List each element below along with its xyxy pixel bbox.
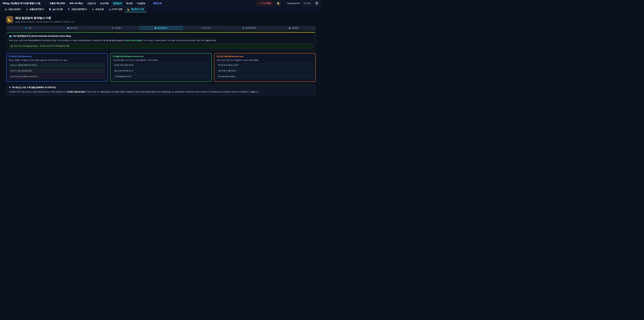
asterisk-icon: ✳️	[26, 8, 28, 11]
top-header: Wing 해양환경 위기대응 통합시스템 유출유 확산예측 HNS·대기확산 긴…	[0, 0, 322, 7]
construction-body-pre: 본 특허의 ESI 기반 데이터는 1999~2002년(약 3년) 구축된 방…	[9, 91, 67, 93]
nav-item-board[interactable]: 게시판	[124, 1, 134, 6]
subtab-label: 영상사진관리	[8, 8, 21, 11]
subtab-label: 실시간드론	[52, 8, 63, 11]
tab-label: 면적 산정	[203, 27, 210, 29]
user-name: Eunjeong Kim	[287, 2, 300, 5]
subtab-label: 오염/선박3D분석	[71, 8, 87, 11]
subtab-label: 항공탐색 이론	[131, 8, 144, 11]
subtab-aerial-search-theory[interactable]: 📐 항공탐색 이론	[125, 7, 146, 12]
tab-detection-equipment[interactable]: 📡 탐지 장비	[50, 26, 95, 30]
esi-section-body: 🗺️ ESI 방제정보지도 (Environmental Sensitivity…	[6, 33, 316, 51]
tab-area-calculation[interactable]: ✎ 면적 산정	[183, 26, 228, 30]
construction-body-bold: 25,000:1 해안선자료	[67, 91, 84, 93]
subtab-oil-area-analysis[interactable]: ✳️ 유출유면적분석	[23, 7, 46, 12]
esi-source-box: 📚 원전: NOAA ESI Mapping Program · 국내 적용: …	[9, 44, 313, 49]
list-item: 해조류·어류 산란장·양식장	[113, 63, 209, 68]
construction-title: ESI 해안선 자료 구축 현황 (등록특허 10-1567431)	[12, 86, 56, 89]
map-icon: 🗺️	[154, 27, 156, 29]
header-right-group: 사고 진행중 🔔 Eunjeong Kim 로그아웃 ☰	[256, 1, 320, 6]
card-biological-desc: 오염 취약 생물 서식지·번식지·이동경로를 위치 기반으로 등록.	[113, 59, 209, 61]
tab-label: ESI 방제지도	[158, 27, 168, 29]
hamburger-icon: ☰	[316, 2, 318, 5]
nav-item-hns-atmospheric[interactable]: HNS·대기확산	[68, 1, 85, 6]
card-shoreline-desc: 해안선 유형을 1~10 등급으로 분류. 등급이 높을수록 오염 취약·방제 …	[9, 59, 105, 61]
subtab-image-photo-management[interactable]: 📷 영상사진관리	[2, 7, 23, 12]
pencil-icon: ✎	[200, 27, 202, 29]
antenna-icon: 📡	[49, 8, 51, 11]
header-divider	[45, 2, 45, 5]
user-divider	[284, 2, 284, 5]
list-item: ESI 8~10: 조간대·갯벌·맹그로브 (최고)	[9, 74, 105, 79]
tab-label: 원격탐사	[115, 27, 122, 29]
notification-bell-button[interactable]: 🔔	[276, 1, 281, 6]
tab-remote-sensing[interactable]: 🛰️ 원격탐사	[94, 26, 139, 30]
map-icon: 🗺️	[9, 35, 12, 38]
main-nav: 유출유 확산예측 HNS·대기확산 긴급구난 보고자료 항공탐색 게시판 기상정…	[48, 1, 164, 6]
tab-label: 탐지 장비	[70, 27, 78, 29]
card-human-use-title: ③ 인문·사회자원 (Human-Use)	[217, 55, 313, 58]
esi-intro-paragraph: ESI 지도는 이문진 박사 특허(등록특허 10-1567431)의 핵심 기…	[9, 39, 313, 42]
nav-divider	[149, 2, 149, 5]
card-human-use-desc: 경제·사회적 피해 가능 지역을 방제 우선순위 결정에 활용.	[217, 59, 313, 61]
video-camera-icon: 📹	[109, 8, 111, 11]
link-icon: 🔗	[242, 27, 244, 29]
tab-label: 논문특허	[292, 27, 299, 29]
list-item: ESI 5~7: 자갈·모래 해변 (중간)	[9, 69, 105, 73]
esi-intro-pre: ESI 지도는 이문진 박사 특허(등록특허 10-1567431)의 핵심 기…	[9, 40, 126, 42]
esi-map-section: 🗺️ ESI 방제정보지도 (Environmental Sensitivity…	[6, 32, 316, 51]
page-title-group: 해양 항공탐색·원격탐사 이론 유출유 원격탐지·항공감시 기법·ESI 방제정…	[15, 16, 74, 23]
page-header: 📐 해양 항공탐색·원격탐사 이론 유출유 원격탐지·항공감시 기법·ESI 방…	[6, 16, 316, 23]
list-item: 항구·어항·수산물 위판장	[217, 69, 313, 73]
tab-esi-map[interactable]: 🗺️ ESI 방제지도	[139, 26, 183, 30]
subtab-pollution-ship-3d[interactable]: 🔍 오염/선박3D분석	[65, 7, 89, 12]
tab-label: 개요	[28, 27, 32, 29]
esi-section-title-row: 🗺️ ESI 방제정보지도 (Environmental Sensitivity…	[9, 35, 313, 38]
nav-item-weather-info[interactable]: 기상정보	[135, 1, 147, 6]
card-shoreline-title: ① 해안선 분류 (Shoreline)	[9, 55, 105, 58]
page-title: 해양 항공탐색·원격탐사 이론	[15, 16, 74, 20]
main-content: 📐 해양 항공탐색·원격탐사 이론 유출유 원격탐지·항공감시 기법·ESI 방…	[0, 13, 322, 96]
hamburger-menu-button[interactable]: ☰	[314, 1, 320, 6]
bell-icon: 🔔	[277, 2, 280, 5]
nav-item-integrated-search[interactable]: 통합조회	[151, 1, 164, 6]
subtab-label: CCTV 조회	[112, 8, 122, 11]
logout-button[interactable]: 로그아웃	[302, 1, 312, 5]
triangle-ruler-icon: 📐	[8, 18, 12, 22]
construction-body-post: 를 기반으로 합니다. 매립·준설공사로 변형된 부분은 국립해양조사원 전자해…	[84, 91, 260, 93]
nav-item-reports[interactable]: 보고자료	[98, 1, 111, 6]
magnifier-icon: 🔍	[68, 8, 70, 11]
app-title: 해양환경 위기대응 통합시스템	[10, 2, 40, 5]
list-item: 철새 도래지·해조류 번식지	[113, 69, 209, 73]
card-shoreline-rows: ESI 1~2: 노출 암반·절벽 (낮은 민감도) ESI 5~7: 자갈·모…	[9, 63, 105, 79]
theory-tabbar: 🌐 개요 📡 탐지 장비 🛰️ 원격탐사 🗺️ ESI 방제지도 ✎ 면적 산정…	[6, 26, 316, 30]
app-logo[interactable]: Wing 해양환경 위기대응 통합시스템	[2, 2, 43, 5]
incident-badge-label: 사고 진행중	[262, 2, 271, 5]
nav-item-aerial-search[interactable]: 항공탐색	[111, 1, 124, 6]
card-human-use-rows: 취수원·정수장·발전소 냉각수 항구·어항·수산물 위판장 해수욕장·관광지·문…	[217, 63, 313, 79]
esi-section-title: ESI 방제정보지도 (Environmental Sensitivity In…	[13, 35, 71, 38]
triangle-ruler-icon: 📐	[128, 8, 130, 11]
subtab-satellite-request[interactable]: 🛰️ 위성요청	[89, 7, 106, 12]
satellite-icon: 🛰️	[112, 27, 114, 29]
sub-navigation: 📷 영상사진관리 ✳️ 유출유면적분석 📡 실시간드론 🔍 오염/선박3D분석 …	[0, 7, 322, 13]
tab-overview[interactable]: 🌐 개요	[6, 26, 50, 30]
books-icon: 📚	[11, 45, 13, 47]
nav-item-emergency-rescue[interactable]: 긴급구난	[86, 1, 98, 6]
tab-label: 확산예측 연계	[246, 27, 256, 29]
subtab-cctv-view[interactable]: 📹 CCTV 조회	[106, 7, 125, 12]
page-icon-box: 📐	[6, 16, 13, 23]
card-biological: ② 생물자원 (Biological Resources) 오염 취약 생물 서…	[110, 53, 212, 82]
nav-item-oil-spill-prediction[interactable]: 유출유 확산예측	[48, 1, 67, 6]
tab-papers-patents[interactable]: 📚 논문특허	[272, 26, 316, 30]
tab-diffusion-link[interactable]: 🔗 확산예측 연계	[228, 26, 272, 30]
globe-icon: 🌐	[25, 27, 27, 29]
esi-construction-section: ✎ ESI 해안선 자료 구축 현황 (등록특허 10-1567431) 본 특…	[6, 84, 316, 96]
incident-dot-icon	[259, 3, 260, 4]
construction-paragraph: 본 특허의 ESI 기반 데이터는 1999~2002년(약 3년) 구축된 방…	[9, 91, 313, 93]
subtab-realtime-drone[interactable]: 📡 실시간드론	[46, 7, 65, 12]
logo-wing-mark: Wing	[2, 2, 10, 5]
list-item: ESI 1~2: 노출 암반·절벽 (낮은 민감도)	[9, 63, 105, 68]
incident-status-badge[interactable]: 사고 진행중	[256, 1, 274, 6]
subtab-label: 위성요청	[96, 8, 104, 11]
